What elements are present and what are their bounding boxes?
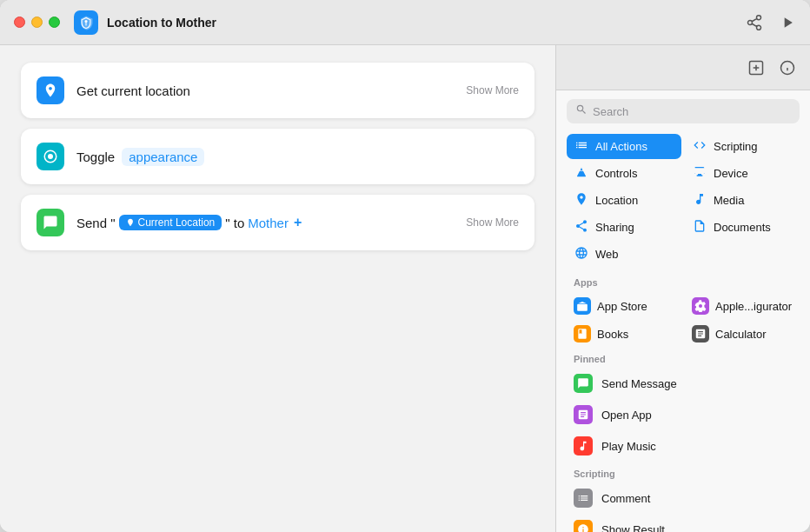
category-documents[interactable]: Documents: [685, 215, 800, 240]
category-controls[interactable]: Controls: [567, 161, 681, 186]
sidebar-scroll[interactable]: Search All Actions: [556, 90, 810, 532]
add-to-dock-button[interactable]: [747, 59, 765, 76]
send-prefix: Send ": [76, 216, 116, 230]
location-icon: [37, 76, 64, 104]
books-label: Books: [597, 328, 628, 341]
apple-configurator-item[interactable]: Apple...igurator: [685, 293, 800, 319]
search-icon: [575, 103, 588, 119]
category-sharing[interactable]: Sharing: [567, 215, 681, 240]
action-send-message: Send " Current Location " to Mother + Sh…: [21, 195, 534, 250]
category-scripting[interactable]: Scripting: [685, 134, 800, 159]
get-location-title: Get current location: [76, 83, 519, 98]
pinned-list: Send Message Open App Play Music: [556, 366, 810, 465]
category-device-label: Device: [714, 167, 748, 180]
send-message-content: Send " Current Location " to Mother +: [76, 215, 519, 230]
search-input[interactable]: Search: [593, 105, 791, 118]
category-documents-label: Documents: [714, 221, 771, 234]
category-sharing-label: Sharing: [595, 221, 634, 234]
close-button[interactable]: [14, 17, 25, 28]
search-bar: Search: [567, 99, 800, 123]
pinned-send-message-label: Send Message: [601, 377, 677, 390]
location-badge-text: Current Location: [138, 216, 216, 229]
window-title: Location to Mother: [107, 16, 746, 30]
add-recipient-button[interactable]: +: [294, 215, 302, 230]
play-music-icon: [574, 436, 593, 456]
apple-configurator-icon: [692, 297, 709, 315]
device-icon: [692, 165, 707, 182]
category-media[interactable]: Media: [685, 188, 800, 213]
category-controls-label: Controls: [595, 167, 637, 180]
toggle-content: Toggle appearance: [76, 148, 519, 166]
scripting-icon: [692, 138, 707, 155]
pinned-section-label: Pinned: [556, 350, 810, 366]
category-web-label: Web: [595, 248, 619, 261]
category-media-label: Media: [714, 194, 744, 207]
category-all-actions[interactable]: All Actions: [567, 134, 681, 159]
scripting-comment[interactable]: Comment: [565, 482, 801, 514]
recipient-mother[interactable]: Mother: [248, 216, 289, 230]
pinned-play-music-label: Play Music: [601, 440, 656, 453]
sidebar-topbar: [556, 45, 810, 90]
category-device[interactable]: Device: [685, 161, 800, 186]
show-more-location[interactable]: Show More: [466, 84, 519, 96]
titlebar-action-buttons: [746, 14, 796, 31]
scripting-list: Comment Show Result Show Alert: [556, 481, 810, 532]
action-get-location: Get current location Show More: [21, 63, 534, 118]
calculator-label: Calculator: [715, 328, 767, 341]
category-grid: All Actions Scripting Contro: [556, 130, 810, 274]
toggle-label: Toggle: [76, 150, 115, 164]
toggle-pill[interactable]: appearance: [122, 148, 204, 166]
show-more-send[interactable]: Show More: [466, 216, 519, 229]
category-location-label: Location: [595, 194, 638, 207]
info-button[interactable]: [779, 59, 796, 76]
category-location[interactable]: Location: [567, 188, 681, 213]
app-icon: [74, 10, 98, 35]
message-icon: [37, 209, 64, 236]
calculator-icon: [692, 325, 709, 342]
apps-grid: App Store Apple...igurator Books: [556, 289, 810, 350]
show-result-icon: [574, 520, 593, 532]
comment-label: Comment: [601, 492, 650, 505]
actions-sidebar: Search All Actions: [556, 45, 810, 532]
main-content: Get current location Show More Toggle ap…: [0, 45, 810, 532]
category-scripting-label: Scripting: [714, 140, 758, 153]
all-actions-icon: [574, 138, 589, 155]
books-icon: [574, 325, 591, 342]
traffic-lights: [14, 17, 60, 28]
apple-configurator-label: Apple...igurator: [715, 300, 792, 313]
location-cat-icon: [574, 192, 589, 209]
scripting-show-result[interactable]: Show Result: [565, 514, 801, 532]
action-toggle-appearance: Toggle appearance: [21, 129, 534, 184]
sharing-icon: [574, 219, 589, 236]
main-window: Location to Mother: [0, 0, 810, 532]
show-result-label: Show Result: [601, 523, 665, 533]
comment-icon: [574, 489, 593, 508]
minimize-button[interactable]: [31, 17, 43, 28]
scripting-section-label: Scripting: [556, 465, 810, 481]
svg-point-2: [48, 154, 53, 159]
share-button[interactable]: [746, 14, 763, 31]
app-store-label: App Store: [597, 300, 647, 313]
run-button[interactable]: [779, 14, 796, 31]
web-icon: [574, 246, 589, 263]
maximize-button[interactable]: [49, 17, 60, 28]
calculator-item[interactable]: Calculator: [685, 321, 800, 347]
documents-icon: [692, 219, 707, 236]
category-web[interactable]: Web: [567, 242, 681, 267]
books-item[interactable]: Books: [567, 321, 681, 347]
controls-icon: [574, 165, 589, 182]
pinned-send-message[interactable]: Send Message: [565, 368, 801, 399]
titlebar: Location to Mother: [0, 0, 810, 45]
workflow-panel: Get current location Show More Toggle ap…: [0, 45, 555, 532]
toggle-appearance-text: appearance: [129, 150, 197, 164]
send-to: " to: [225, 216, 244, 230]
location-badge[interactable]: Current Location: [119, 215, 222, 230]
media-icon: [692, 192, 707, 209]
pinned-play-music[interactable]: Play Music: [565, 430, 801, 462]
app-store-icon: [574, 297, 591, 315]
pinned-open-app[interactable]: Open App: [565, 399, 801, 430]
app-store-item[interactable]: App Store: [567, 293, 681, 319]
pinned-open-app-label: Open App: [601, 409, 652, 422]
apps-section-label: Apps: [556, 274, 810, 289]
send-message-icon: [574, 374, 593, 393]
